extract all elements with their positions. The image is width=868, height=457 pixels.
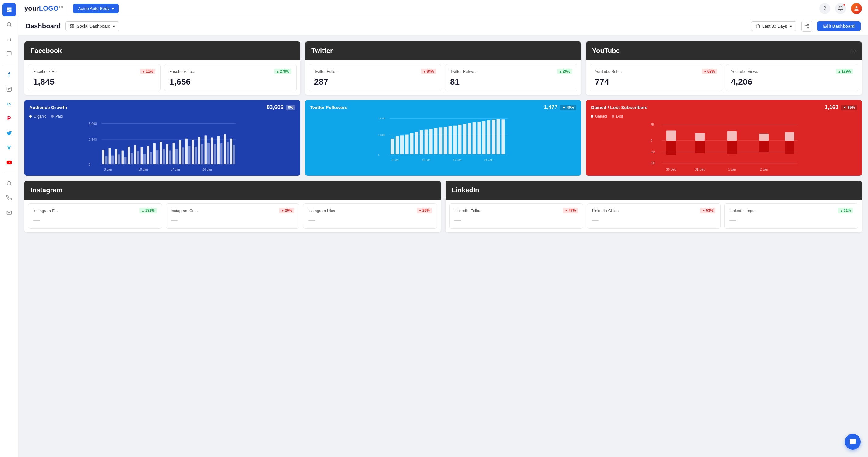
audience-growth-svg: 5,000 2,500 0	[29, 121, 296, 172]
facebook-total-badge: 279%	[274, 68, 291, 74]
svg-rect-55	[192, 140, 194, 164]
facebook-engagement-badge: 11%	[140, 68, 155, 74]
help-icon: ?	[824, 6, 826, 11]
svg-text:10 Jan: 10 Jan	[422, 158, 430, 161]
svg-rect-82	[405, 134, 408, 154]
svg-rect-81	[401, 135, 404, 154]
share-button[interactable]	[801, 21, 812, 32]
svg-rect-123	[785, 132, 795, 141]
sidebar-item-instagram[interactable]	[2, 83, 16, 96]
svg-point-3	[10, 88, 11, 88]
facebook-engagement-value: 1,845	[33, 77, 155, 87]
sidebar-item-search[interactable]	[2, 18, 16, 31]
svg-rect-101	[497, 119, 500, 154]
svg-rect-95	[468, 123, 471, 154]
svg-rect-83	[410, 133, 413, 154]
account-selector-button[interactable]: Acme Auto Body ▾	[73, 4, 119, 13]
svg-rect-116	[666, 141, 676, 155]
sidebar-item-linkedin[interactable]: in	[2, 97, 16, 111]
calendar-icon	[755, 24, 760, 28]
chat-bubble-button[interactable]	[845, 434, 861, 450]
svg-rect-34	[124, 157, 126, 164]
sidebar-item-messages[interactable]	[2, 47, 16, 60]
sidebar-item-reports[interactable]	[2, 32, 16, 46]
logo-area: yourLOGOTM Acme Auto Body ▾	[24, 4, 119, 13]
svg-text:2 Jan: 2 Jan	[760, 167, 768, 171]
svg-rect-8	[71, 24, 72, 26]
svg-rect-99	[487, 120, 490, 154]
svg-rect-40	[144, 154, 146, 164]
svg-rect-61	[211, 138, 213, 164]
twitter-followers-badge: 84%	[421, 68, 436, 74]
sidebar-item-youtube[interactable]	[2, 156, 16, 169]
account-chevron-icon: ▾	[112, 6, 114, 11]
sidebar-item-dashboard[interactable]	[2, 3, 16, 17]
lost-dot	[612, 115, 614, 118]
help-button[interactable]: ?	[819, 3, 830, 14]
instagram-engagement-label: Instagram E...	[33, 208, 58, 213]
instagram-likes-card: Instagram Likes 26% —	[303, 203, 437, 229]
audience-growth-chart-area: 5,000 2,500 0	[24, 121, 300, 176]
youtube-subscribers-chart-header: Gained / Lost Subscribers 1,163 ▼ 85%	[586, 100, 862, 113]
organic-dot	[29, 115, 32, 118]
sidebar-item-facebook[interactable]: f	[2, 68, 16, 81]
twitter-followers-chart-header: Twitter Followers 1,477 ▼ 40%	[305, 100, 581, 113]
youtube-subscribers-chart-area: 25 0 -25 -50	[586, 121, 862, 176]
sidebar-item-vimeo[interactable]: V	[2, 141, 16, 154]
instagram-metrics: Instagram E... 182% — Instagram Co... 20…	[24, 200, 441, 233]
linkedin-clicks-value: —	[592, 216, 716, 224]
linkedin-clicks-label: LinkedIn Clicks	[592, 208, 619, 213]
svg-rect-54	[188, 146, 190, 164]
gained-label: Gained	[595, 114, 607, 119]
twitter-followers-chart-value: 1,477	[544, 104, 558, 111]
dashboard-selector-button[interactable]: Social Dashboard ▾	[65, 21, 120, 31]
edit-dashboard-button[interactable]: Edit Dashboard	[817, 21, 861, 31]
svg-rect-85	[420, 130, 423, 154]
audience-growth-badge: 0%	[286, 105, 296, 110]
svg-rect-9	[72, 24, 74, 26]
svg-rect-90	[444, 127, 447, 154]
svg-rect-46	[163, 149, 165, 164]
linkedin-metrics: LinkedIn Follo... 47% — LinkedIn Clicks …	[445, 200, 862, 233]
linkedin-impressions-value: —	[730, 216, 853, 224]
svg-point-0	[7, 22, 11, 26]
svg-rect-115	[666, 131, 676, 141]
charts-row: Audience Growth 83,606 0% Organic Paid	[24, 100, 862, 176]
svg-rect-124	[785, 141, 795, 154]
svg-rect-66	[226, 142, 229, 164]
instagram-engagement-badge: 182%	[140, 208, 157, 213]
svg-rect-38	[137, 151, 139, 164]
svg-rect-88	[434, 128, 437, 154]
youtube-subscribers-badge: 62%	[702, 68, 717, 74]
svg-rect-52	[182, 148, 184, 164]
svg-rect-65	[224, 134, 226, 164]
youtube-subscribers-chart: Gained / Lost Subscribers 1,163 ▼ 85% Ga…	[586, 100, 862, 176]
svg-rect-30	[112, 155, 114, 164]
sidebar-item-analytics[interactable]	[2, 177, 16, 190]
youtube-more-icon[interactable]: ···	[850, 48, 856, 55]
svg-rect-1	[7, 87, 11, 92]
svg-rect-49	[173, 143, 175, 164]
svg-rect-47	[166, 144, 168, 164]
audience-growth-title: Audience Growth	[29, 105, 67, 110]
legend-lost: Lost	[612, 114, 623, 119]
date-range-button[interactable]: Last 30 Days ▾	[751, 21, 797, 31]
svg-text:17 Jan: 17 Jan	[170, 167, 180, 171]
sidebar-item-phone[interactable]	[2, 191, 16, 205]
svg-point-16	[807, 24, 809, 25]
svg-rect-86	[425, 130, 428, 154]
user-avatar[interactable]	[851, 3, 862, 14]
organic-label: Organic	[33, 114, 46, 119]
svg-rect-118	[695, 141, 705, 153]
svg-rect-98	[482, 121, 486, 154]
linkedin-impressions-card: LinkedIn Impr... 21% —	[724, 203, 858, 229]
svg-rect-117	[695, 133, 705, 141]
sidebar-item-email[interactable]	[2, 206, 16, 219]
date-chevron-icon: ▾	[790, 24, 792, 29]
legend-organic: Organic	[29, 114, 46, 119]
linkedin-header: LinkedIn	[445, 181, 862, 200]
notification-button[interactable]	[835, 3, 846, 14]
svg-rect-80	[396, 136, 399, 154]
sidebar-item-twitter[interactable]	[2, 126, 16, 140]
sidebar-item-pinterest[interactable]: P	[2, 112, 16, 125]
